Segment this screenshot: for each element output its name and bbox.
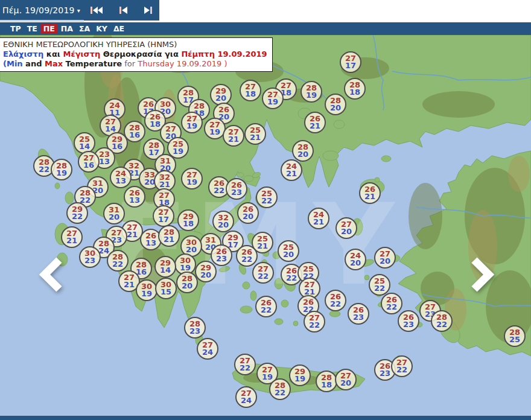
min-temp: 18: [150, 121, 161, 129]
min-temp: 15: [161, 288, 171, 296]
min-temp: 21: [164, 236, 174, 244]
min-temp: 20: [341, 228, 352, 236]
min-temp: 20: [182, 282, 192, 290]
min-temp: 23: [353, 314, 364, 322]
min-temp: 17: [148, 149, 159, 157]
min-temp: 21: [313, 218, 324, 226]
min-temp: 20: [297, 151, 308, 159]
info-segment: Μέγιστη: [63, 49, 100, 59]
min-temp: 16: [112, 143, 122, 151]
info-segment: Ελάχιστη: [3, 49, 43, 59]
day-tab-ΤΕ[interactable]: ΤΕ: [25, 24, 40, 34]
next-map-arrow[interactable]: [469, 256, 496, 293]
min-temp: 22: [112, 261, 123, 269]
min-temp: 19: [209, 129, 220, 136]
min-temp: 20: [218, 221, 229, 229]
info-segment: Thursday 19.09.2019 ): [138, 59, 227, 68]
day-strip: ΤΡΤΕΠΕΠΑΣΑΚΥΔΕ: [0, 22, 531, 35]
min-temp: 22: [241, 256, 252, 264]
station-marker: 3220: [212, 211, 234, 232]
station-marker: 2521: [244, 123, 266, 145]
step-previous-icon: [119, 6, 128, 14]
station-marker: 2919: [289, 364, 311, 386]
min-temp: 20: [380, 258, 390, 266]
station-marker: 2720: [335, 217, 357, 239]
min-temp: 13: [115, 177, 126, 185]
station-marker: 2820: [176, 272, 198, 293]
min-temp: 20: [243, 213, 253, 221]
min-temp: 24: [202, 349, 213, 357]
min-temp: 17: [158, 216, 169, 224]
next-button[interactable]: [137, 0, 159, 21]
min-temp: 22: [261, 307, 272, 314]
min-temp: 18: [321, 381, 332, 389]
station-marker: 2623: [226, 178, 247, 200]
min-temp: 20: [283, 251, 294, 259]
station-marker: 2823: [184, 317, 206, 339]
min-temp: 20: [109, 214, 119, 221]
station-marker: 2719: [262, 88, 284, 109]
bottom-bar: [0, 416, 531, 420]
min-temp: 13: [129, 197, 140, 205]
date-label: Πέμ. 19/09/2019: [2, 5, 75, 15]
day-tab-ΚΥ[interactable]: ΚΥ: [94, 24, 110, 34]
caret-down-icon: ▾: [77, 7, 80, 14]
previous-map-arrow[interactable]: [37, 256, 64, 293]
min-temp: 23: [231, 189, 242, 197]
station-marker: 2722: [252, 262, 274, 284]
chevron-right-icon: [469, 256, 496, 293]
min-temp: 23: [216, 255, 227, 263]
station-marker: 2720: [374, 247, 396, 269]
min-temp: 16: [129, 132, 140, 139]
min-temp: 22: [261, 197, 272, 205]
station-marker: 2716: [78, 151, 100, 173]
day-tab-ΤΡ[interactable]: ΤΡ: [8, 24, 24, 34]
day-tab-ΣΑ[interactable]: ΣΑ: [77, 24, 92, 34]
info-segment: και: [43, 49, 63, 59]
station-marker: 2623: [398, 310, 419, 332]
previous-button[interactable]: [110, 0, 136, 21]
min-temp: 22: [214, 187, 224, 195]
station-marker: 2514: [74, 132, 95, 154]
station-marker: 2914: [154, 256, 176, 278]
min-temp: 25: [509, 336, 520, 344]
min-temp: 20: [215, 95, 226, 103]
station-marker: 2522: [256, 186, 278, 208]
min-temp: 19: [306, 92, 317, 100]
station-marker: 3023: [79, 246, 101, 268]
min-temp: 21: [124, 281, 135, 289]
min-temp: 20: [200, 272, 211, 279]
skip-to-first-button[interactable]: [84, 0, 109, 21]
min-temp: 23: [403, 321, 414, 329]
min-temp: 21: [257, 243, 268, 250]
day-tab-ΠΑ[interactable]: ΠΑ: [59, 24, 75, 34]
station-marker: 2621: [359, 182, 381, 204]
station-marker: 2821: [158, 225, 180, 247]
min-temp: 19: [262, 374, 273, 381]
day-tab-ΠΕ[interactable]: ΠΕ: [41, 24, 57, 34]
info-box: ΕΘΝΙΚΗ ΜΕΤΕΩΡΟΛΟΓΙΚΗ ΥΠΗΡΕΣΙΑ (HNMS) Ελά…: [0, 37, 273, 72]
info-line-greek: Ελάχιστη και Μέγιστη Θερμοκρασία για Πέμ…: [3, 49, 267, 59]
min-temp: 23: [380, 370, 390, 378]
station-marker: 2717: [340, 51, 361, 73]
date-dropdown[interactable]: Πέμ. 19/09/2019 ▾: [0, 0, 83, 21]
min-temp: 19: [294, 375, 305, 383]
date-tab-underline: [0, 20, 84, 22]
station-marker: 2822: [107, 250, 129, 272]
station-marker: 2722: [391, 355, 413, 377]
station-marker: 2421: [281, 159, 302, 181]
min-temp: 22: [309, 322, 320, 329]
station-marker: 2413: [110, 167, 132, 188]
agency-title: ΕΘΝΙΚΗ ΜΕΤΕΩΡΟΛΟΓΙΚΗ ΥΠΗΡΕΣΙΑ (HNMS): [3, 40, 267, 49]
station-marker: 2623: [348, 303, 369, 325]
station-marker: 2720: [335, 369, 357, 390]
min-temp: 21: [364, 193, 375, 201]
station-marker: 2721: [61, 226, 83, 248]
min-temp: 19: [267, 98, 278, 106]
station-marker: 2620: [237, 202, 259, 224]
station-marker: 2724: [235, 386, 257, 408]
day-tab-ΔΕ[interactable]: ΔΕ: [111, 24, 127, 34]
station-marker: 2622: [255, 296, 277, 317]
station-marker: 2822: [431, 310, 453, 332]
station-marker: 3019: [136, 279, 157, 301]
